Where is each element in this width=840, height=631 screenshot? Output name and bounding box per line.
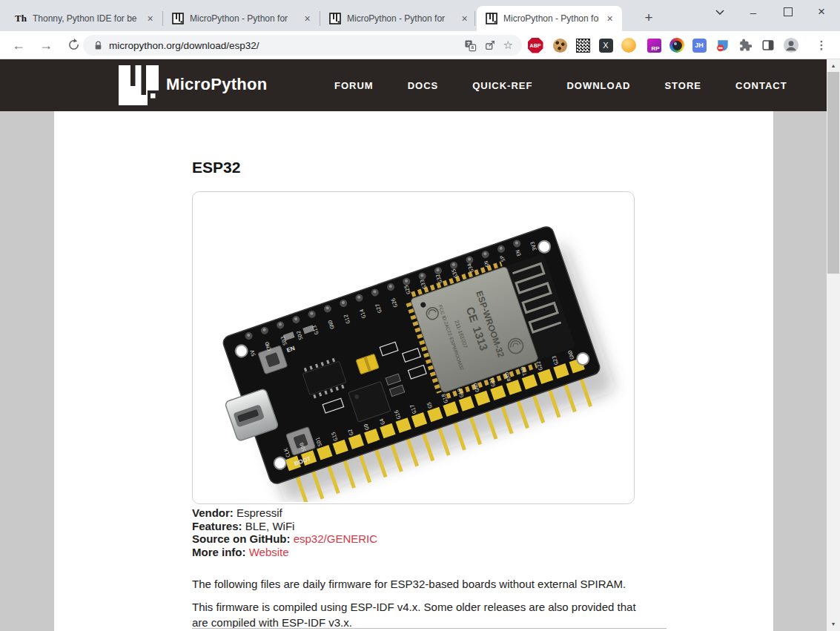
scroll-down-icon[interactable]: ▼ xyxy=(827,618,840,630)
extensions-puzzle-icon[interactable] xyxy=(736,36,754,54)
info-source: Source on GitHub: esp32/GENERIC xyxy=(192,532,377,546)
cookie-glyph xyxy=(553,39,567,53)
orange-glyph xyxy=(621,38,636,53)
x-glyph: X xyxy=(599,39,613,53)
share-icon[interactable] xyxy=(484,39,496,51)
bookmark-star-icon[interactable]: ☆ xyxy=(503,39,513,52)
browser-toolbar: ← → micropython.org/download/esp32/ a ☆ … xyxy=(0,31,840,59)
info-features: Features: BLE, WiFi xyxy=(192,520,377,533)
extension-blocker-icon[interactable] xyxy=(714,36,732,54)
micropython-favicon-icon xyxy=(486,13,497,24)
extension-rp-icon[interactable]: RP xyxy=(645,36,663,54)
board-image-frame: EN BOOT xyxy=(192,191,635,504)
profile-avatar[interactable] xyxy=(782,36,800,54)
paragraph-firmware: The following files are daily firmware f… xyxy=(192,576,637,592)
abp-badge: ABP xyxy=(528,38,543,53)
nav-store[interactable]: STORE xyxy=(664,80,701,91)
tab-separator xyxy=(474,11,475,26)
scrollbar-thumb[interactable] xyxy=(827,72,839,274)
page-title: ESP32 xyxy=(192,159,240,176)
side-panel-icon[interactable] xyxy=(759,36,777,54)
tab-close-icon[interactable]: × xyxy=(458,13,471,25)
tab-micropython-active[interactable]: MicroPython - Python for × xyxy=(477,6,622,31)
info-value: Espressif xyxy=(237,506,282,519)
website-link[interactable]: Website xyxy=(249,546,289,558)
site-header: MicroPython FORUM DOCS QUICK-REF DOWNLOA… xyxy=(0,59,827,111)
tab-close-icon[interactable]: × xyxy=(301,13,314,25)
nav-download[interactable]: DOWNLOAD xyxy=(566,80,630,91)
page-viewport: MicroPython FORUM DOCS QUICK-REF DOWNLOA… xyxy=(0,59,840,631)
lock-icon xyxy=(93,40,103,51)
nav-quick-ref[interactable]: QUICK-REF xyxy=(472,80,532,91)
camera-glyph xyxy=(669,38,684,53)
info-label: More info: xyxy=(192,546,246,558)
extension-camera-icon[interactable] xyxy=(668,36,686,54)
extension-orange-icon[interactable] xyxy=(620,36,638,54)
extension-cookie-icon[interactable] xyxy=(551,36,569,54)
maximize-icon xyxy=(784,7,793,16)
extension-x-app-icon[interactable]: X xyxy=(597,36,615,54)
tab-title: MicroPython - Python for xyxy=(347,13,454,24)
browser-window: Th Thonny, Python IDE for be × MicroPyth… xyxy=(0,0,840,631)
minimize-button[interactable]: – xyxy=(738,0,768,24)
address-bar[interactable]: micropython.org/download/esp32/ a ☆ xyxy=(83,35,522,56)
new-tab-button[interactable]: + xyxy=(638,8,659,29)
info-label: Vendor: xyxy=(192,506,234,519)
github-source-link[interactable]: esp32/GENERIC xyxy=(294,532,377,545)
micropython-favicon-icon xyxy=(329,13,341,24)
tab-micropython-1[interactable]: MicroPython - Python for × xyxy=(163,6,320,31)
tab-micropython-2[interactable]: MicroPython - Python for × xyxy=(320,6,477,31)
extension-qr-code-icon[interactable] xyxy=(574,36,592,54)
info-label: Source on GitHub: xyxy=(192,532,291,545)
extension-adblock-icon[interactable]: ABP xyxy=(526,36,544,54)
tab-thonny[interactable]: Th Thonny, Python IDE for be × xyxy=(6,6,162,31)
brand-title[interactable]: MicroPython xyxy=(166,75,268,94)
tab-title: MicroPython - Python for xyxy=(190,13,297,24)
nav-docs[interactable]: DOCS xyxy=(408,80,439,91)
forward-button[interactable]: → xyxy=(35,34,57,56)
jh-badge: JH xyxy=(692,39,707,53)
tab-search-chevron-icon[interactable] xyxy=(705,0,735,24)
tab-title: MicroPython - Python for xyxy=(503,13,599,24)
esp32-board-image: EN BOOT xyxy=(193,192,634,502)
tab-title: Thonny, Python IDE for be xyxy=(33,13,139,24)
section-divider xyxy=(192,628,667,629)
extension-jh-icon[interactable]: JH xyxy=(690,36,708,54)
thonny-favicon-icon: Th xyxy=(15,13,27,24)
nav-contact[interactable]: CONTACT xyxy=(735,80,787,91)
info-vendor: Vendor: Espressif xyxy=(192,506,377,520)
svg-text:a: a xyxy=(471,44,474,50)
rp-badge: RP xyxy=(647,39,661,53)
window-close-button[interactable]: × xyxy=(807,0,836,24)
info-label: Features: xyxy=(192,520,242,532)
reload-button[interactable] xyxy=(62,34,85,56)
tab-strip: Th Thonny, Python IDE for be × MicroPyth… xyxy=(0,0,840,31)
url-text[interactable]: micropython.org/download/esp32/ xyxy=(109,40,464,51)
browser-menu-icon[interactable]: ⋮ xyxy=(813,36,830,54)
translate-icon[interactable]: a xyxy=(464,39,477,52)
info-value: BLE, WiFi xyxy=(245,520,295,532)
site-nav: FORUM DOCS QUICK-REF DOWNLOAD STORE CONT… xyxy=(334,80,787,91)
maximize-button[interactable] xyxy=(773,0,803,24)
info-more: More info: Website xyxy=(192,546,377,559)
page-scrollbar[interactable]: ▲ ▼ xyxy=(827,59,840,631)
micropython-logo-icon[interactable] xyxy=(119,65,159,105)
back-button[interactable]: ← xyxy=(7,34,30,56)
nav-forum[interactable]: FORUM xyxy=(334,80,374,91)
paragraph-espidf: This firmware is compiled using ESP-IDF … xyxy=(192,599,637,630)
scroll-up-icon[interactable]: ▲ xyxy=(827,60,840,72)
board-info: Vendor: Espressif Features: BLE, WiFi So… xyxy=(192,506,377,558)
tab-close-icon[interactable]: × xyxy=(144,13,156,25)
tab-close-icon[interactable]: × xyxy=(603,13,616,25)
qr-glyph xyxy=(576,39,590,53)
micropython-favicon-icon xyxy=(172,13,184,24)
